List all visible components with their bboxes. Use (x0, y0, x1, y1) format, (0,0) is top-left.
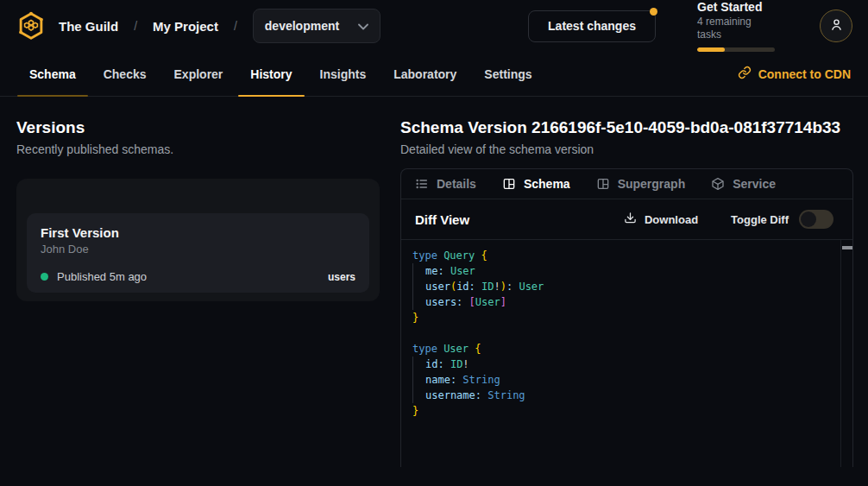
toggle-diff-label: Toggle Diff (731, 213, 789, 226)
tab-underline (17, 95, 88, 97)
breadcrumb: The Guild / My Project / (59, 19, 253, 34)
version-status: Published 5m ago (57, 270, 147, 283)
tab-underline (238, 95, 304, 97)
nav-tab-label: Settings (484, 67, 531, 81)
nav-tab-label: Laboratory (393, 67, 456, 81)
download-label: Download (645, 213, 698, 226)
get-started-subtitle: 4 remaining tasks (697, 16, 777, 41)
tab-service[interactable]: Service (711, 177, 776, 191)
download-icon (624, 211, 637, 227)
schema-view-tabs: Details Schema (401, 169, 852, 199)
versions-title: Versions (16, 118, 380, 137)
nav-tab-label: Checks (104, 67, 147, 81)
tab-label: Service (733, 177, 776, 191)
nav-tab-label: Insights (320, 67, 367, 81)
get-started-title: Get Started (697, 0, 777, 15)
toggle-knob (801, 211, 816, 227)
schema-version-subtitle: Detailed view of the schema version (400, 142, 853, 157)
notification-dot (650, 8, 657, 16)
main-content: Versions Recently published schemas. Fir… (0, 97, 868, 467)
code-scrollbar-thumb[interactable] (842, 246, 852, 249)
panels-icon (502, 177, 516, 191)
nav-tab-explorer[interactable]: Explorer (162, 52, 236, 96)
breadcrumb-project[interactable]: My Project (153, 19, 218, 34)
user-avatar[interactable] (820, 9, 852, 42)
breadcrumb-org[interactable]: The Guild (59, 19, 118, 34)
tab-schema[interactable]: Schema (502, 177, 570, 191)
schema-view-card: Details Schema (400, 168, 853, 467)
service-badge: users (328, 271, 355, 283)
connect-to-cdn-link[interactable]: Connect to CDN (738, 52, 851, 96)
nav-tab-settings[interactable]: Settings (472, 52, 544, 96)
hive-logo-icon[interactable] (14, 9, 48, 43)
version-list-item[interactable]: First Version John Doe Published 5m ago … (27, 213, 369, 293)
diff-view-header: Diff View Download Toggle Diff (401, 199, 852, 240)
versions-panel: Versions Recently published schemas. Fir… (16, 97, 380, 467)
tab-supergraph[interactable]: Supergraph (596, 177, 686, 191)
breadcrumb-separator: / (134, 19, 137, 33)
versions-subtitle: Recently published schemas. (16, 142, 380, 157)
list-icon (415, 177, 429, 191)
tab-label: Supergraph (618, 177, 686, 191)
latest-changes-label: Latest changes (548, 19, 636, 33)
toggle-diff-switch[interactable] (799, 210, 833, 229)
panels-icon (596, 177, 610, 191)
nav-tab-insights[interactable]: Insights (308, 52, 379, 96)
tab-details[interactable]: Details (415, 177, 476, 191)
download-button[interactable]: Download (624, 211, 698, 227)
nav-tab-label: Schema (29, 67, 76, 81)
chevron-down-icon (358, 19, 368, 33)
get-started-widget[interactable]: Get Started 4 remaining tasks (697, 0, 777, 52)
nav-tab-schema[interactable]: Schema (17, 52, 88, 96)
tab-label: Schema (524, 177, 570, 191)
versions-list: First Version John Doe Published 5m ago … (16, 179, 380, 301)
version-author: John Doe (41, 243, 355, 256)
code-lines: type Query {me: Useruser(id: ID!): Useru… (412, 248, 840, 419)
progress-fill (697, 47, 725, 52)
app-window: The Guild / My Project / development Lat… (0, 0, 868, 486)
version-detail-panel: Schema Version 2166196f-5e10-4059-bd0a-0… (400, 97, 853, 467)
latest-changes-button[interactable]: Latest changes (528, 10, 656, 42)
target-selector[interactable]: development (253, 9, 381, 43)
target-selector-value: development (265, 19, 339, 33)
nav-tab-checks[interactable]: Checks (91, 52, 159, 96)
connect-to-cdn-label: Connect to CDN (758, 67, 851, 81)
nav-tab-laboratory[interactable]: Laboratory (381, 52, 469, 96)
code-scrollbar[interactable] (840, 240, 852, 467)
breadcrumb-separator: / (234, 19, 237, 33)
link-icon (738, 66, 752, 82)
nav-tab-label: Explorer (174, 67, 223, 81)
nav-tab-history[interactable]: History (238, 52, 304, 96)
tab-label: Details (437, 177, 476, 191)
user-icon (829, 17, 844, 35)
published-status-dot (41, 273, 48, 281)
version-status-row: Published 5m ago users (41, 270, 355, 283)
main-nav: Schema Checks Explorer History Insights … (0, 52, 868, 97)
version-name: First Version (41, 225, 355, 241)
schema-code-viewer: type Query {me: Useruser(id: ID!): Useru… (401, 240, 852, 467)
cube-icon (711, 177, 725, 191)
top-header: The Guild / My Project / development Lat… (0, 0, 868, 52)
schema-version-title: Schema Version 2166196f-5e10-4059-bd0a-0… (400, 118, 853, 137)
nav-tab-label: History (250, 67, 292, 81)
diff-view-title: Diff View (415, 212, 469, 227)
